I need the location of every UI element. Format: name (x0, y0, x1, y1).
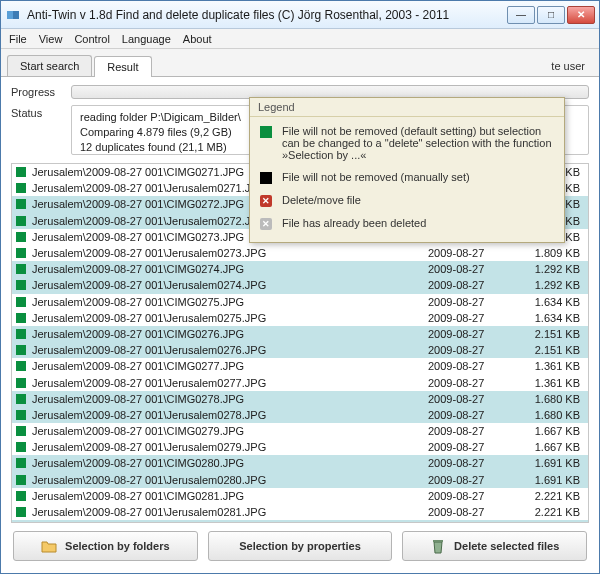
file-date: 2009-08-27 (422, 441, 512, 453)
status-square-icon[interactable] (16, 248, 26, 258)
close-button[interactable]: ✕ (567, 6, 595, 24)
legend-item-deleted: ✕ File has already been deleted (260, 217, 554, 230)
table-row[interactable]: Jerusalem\2009-08-27 001\CIMG0275.JPG200… (12, 294, 588, 310)
file-name: Jerusalem\2009-08-27 001\CIMG0279.JPG (32, 425, 422, 437)
file-size: 1.667 KB (512, 441, 582, 453)
table-row[interactable]: Jerusalem\2009-08-27 001\CIMG0276.JPG200… (12, 326, 588, 342)
table-row[interactable]: Jerusalem\2009-08-27 001\CIMG0277.JPG200… (12, 358, 588, 374)
svg-rect-1 (13, 11, 19, 19)
file-name: Jerusalem\2009-08-27 001\Jerusalem0276.J… (32, 344, 422, 356)
status-square-icon[interactable] (16, 167, 26, 177)
status-square-icon[interactable] (16, 280, 26, 290)
status-label: Status (11, 105, 61, 155)
square-green-icon (260, 126, 272, 138)
progress-label: Progress (11, 86, 61, 98)
status-square-icon[interactable] (16, 264, 26, 274)
status-square-icon[interactable] (16, 183, 26, 193)
status-square-icon[interactable] (16, 410, 26, 420)
tab-start-search[interactable]: Start search (7, 55, 92, 76)
file-name: Jerusalem\2009-08-27 001\CIMG0276.JPG (32, 328, 422, 340)
selection-by-properties-button[interactable]: Selection by properties (208, 531, 393, 561)
file-date: 2009-08-27 (422, 312, 512, 324)
table-row[interactable]: Jerusalem\2009-08-27 001\CIMG0279.JPG200… (12, 423, 588, 439)
table-row[interactable]: Jerusalem\2009-08-27 001\Jerusalem0275.J… (12, 310, 588, 326)
status-square-icon[interactable] (16, 507, 26, 517)
file-size: 1.361 KB (512, 360, 582, 372)
legend-title: Legend (250, 98, 564, 117)
status-square-icon[interactable] (16, 475, 26, 485)
file-name: Jerusalem\2009-08-27 001\CIMG0281.JPG (32, 490, 422, 502)
file-date: 2009-08-27 (422, 296, 512, 308)
file-size: 1.292 KB (512, 279, 582, 291)
file-date: 2009-08-27 (422, 328, 512, 340)
menu-view[interactable]: View (39, 33, 63, 45)
file-name: Jerusalem\2009-08-27 001\Jerusalem0273.J… (32, 247, 422, 259)
status-square-icon[interactable] (16, 491, 26, 501)
status-square-icon[interactable] (16, 216, 26, 226)
legend-item-manual: File will not be removed (manually set) (260, 171, 554, 184)
status-square-icon[interactable] (16, 199, 26, 209)
table-row[interactable]: Jerusalem\2009-08-27 001\Jerusalem0281.J… (12, 504, 588, 520)
table-row[interactable]: Jerusalem\2009-08-27 001\Jerusalem0280.J… (12, 472, 588, 488)
table-row[interactable]: Jerusalem\2009-08-27 001\CIMG0278.JPG200… (12, 391, 588, 407)
file-size: 1.634 KB (512, 312, 582, 324)
menu-control[interactable]: Control (74, 33, 109, 45)
selection-by-folders-button[interactable]: Selection by folders (13, 531, 198, 561)
file-name: Jerusalem\2009-08-27 001\CIMG0274.JPG (32, 263, 422, 275)
minimize-button[interactable]: — (507, 6, 535, 24)
file-size: 2.151 KB (512, 328, 582, 340)
status-square-icon[interactable] (16, 426, 26, 436)
menu-file[interactable]: File (9, 33, 27, 45)
file-size: 2.221 KB (512, 506, 582, 518)
tab-right-fragment: te user (543, 56, 593, 76)
table-row[interactable]: Jerusalem\2009-08-27 001\Jerusalem0279.J… (12, 439, 588, 455)
status-square-icon[interactable] (16, 345, 26, 355)
table-row[interactable]: Jerusalem\2009-08-27 001\CIMG0281.JPG200… (12, 488, 588, 504)
file-date: 2009-08-27 (422, 344, 512, 356)
status-square-icon[interactable] (16, 378, 26, 388)
delete-selected-files-button[interactable]: Delete selected files (402, 531, 587, 561)
legend-text: File will not be removed (default settin… (282, 125, 554, 161)
status-square-icon[interactable] (16, 313, 26, 323)
status-square-icon[interactable] (16, 232, 26, 242)
app-window: Anti-Twin v 1.8d Find and delete duplica… (0, 0, 600, 574)
file-name: Jerusalem\2009-08-27 001\Jerusalem0275.J… (32, 312, 422, 324)
file-date: 2009-08-27 (422, 490, 512, 502)
status-square-icon[interactable] (16, 458, 26, 468)
file-date: 2009-08-27 (422, 425, 512, 437)
file-name: Jerusalem\2009-08-27 001\Jerusalem0274.J… (32, 279, 422, 291)
status-square-icon[interactable] (16, 297, 26, 307)
table-row[interactable]: Jerusalem\2009-08-27 001\Jerusalem0278.J… (12, 407, 588, 423)
table-row[interactable]: Jerusalem\2009-08-27 001\Jerusalem0277.J… (12, 374, 588, 390)
legend-item-delete: ✕ Delete/move file (260, 194, 554, 207)
file-size: 1.691 KB (512, 457, 582, 469)
square-grey-icon: ✕ (260, 218, 272, 230)
file-date: 2009-08-27 (422, 360, 512, 372)
maximize-button[interactable]: □ (537, 6, 565, 24)
table-row[interactable]: Jerusalem\2009-08-27 001\Jerusalem0274.J… (12, 277, 588, 293)
svg-rect-0 (7, 11, 13, 19)
file-date: 2009-08-27 (422, 474, 512, 486)
tab-result[interactable]: Result (94, 56, 151, 77)
folder-icon (41, 538, 57, 554)
file-date: 2009-08-27 (422, 409, 512, 421)
file-date: 2009-08-27 (422, 247, 512, 259)
status-square-icon[interactable] (16, 329, 26, 339)
file-name: Jerusalem\2009-08-27 001\CIMG0280.JPG (32, 457, 422, 469)
table-row[interactable]: Jerusalem\2009-08-27 001\CIMG0280.JPG200… (12, 455, 588, 471)
legend-popup: Legend File will not be removed (default… (249, 97, 565, 243)
menu-language[interactable]: Language (122, 33, 171, 45)
app-icon (5, 7, 21, 23)
table-row[interactable]: Jerusalem\2009-08-27 001\Jerusalem0276.J… (12, 342, 588, 358)
file-date: 2009-08-27 (422, 263, 512, 275)
table-row[interactable]: Jerusalem\2009-08-27 001\CIMG0274.JPG200… (12, 261, 588, 277)
button-label: Selection by folders (65, 540, 170, 552)
status-square-icon[interactable] (16, 442, 26, 452)
file-size: 2.151 KB (512, 344, 582, 356)
menu-about[interactable]: About (183, 33, 212, 45)
table-row[interactable]: Jerusalem\2009-08-27 001\Jerusalem0273.J… (12, 245, 588, 261)
status-square-icon[interactable] (16, 394, 26, 404)
file-date: 2009-08-27 (422, 457, 512, 469)
status-square-icon[interactable] (16, 361, 26, 371)
file-name: Jerusalem\2009-08-27 001\Jerusalem0277.J… (32, 377, 422, 389)
